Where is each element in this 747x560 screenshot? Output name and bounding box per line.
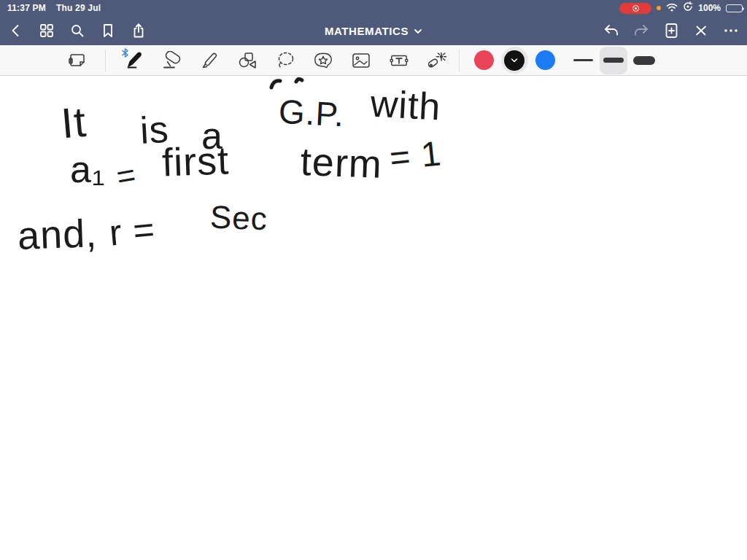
toolbar-separator — [459, 50, 460, 71]
handwriting-word: term — [300, 139, 383, 187]
zoom-window-icon — [68, 52, 87, 69]
text-tool[interactable] — [389, 50, 409, 71]
more-options-button[interactable] — [721, 20, 741, 41]
notebook-title: MATHEMATICS — [325, 25, 409, 37]
handwriting-word: r = — [108, 208, 158, 254]
grid-icon — [39, 23, 54, 38]
shapes-icon — [237, 51, 258, 70]
handwriting-word: first — [161, 137, 230, 184]
search-icon — [70, 23, 85, 38]
highlighter-tool[interactable] — [199, 50, 220, 71]
toolbar — [0, 45, 747, 76]
handwriting-word: = 1 — [387, 133, 443, 178]
stroke-width-medium[interactable] — [600, 47, 627, 74]
lasso-tool[interactable] — [275, 50, 295, 71]
eraser-icon — [161, 51, 182, 70]
stroke-width-thick[interactable] — [630, 47, 658, 74]
red-color-dot — [474, 50, 494, 70]
note-canvas[interactable]: It is a G.P. with a₁ = first term = 1 an… — [0, 76, 747, 560]
image-tool[interactable] — [351, 50, 371, 71]
status-time: 11:37 PM — [7, 3, 46, 13]
color-swatch-blue[interactable] — [531, 47, 559, 74]
chevron-down-icon — [510, 58, 519, 63]
orientation-lock-icon — [683, 1, 693, 15]
handwriting-word: G.P. — [278, 92, 346, 135]
record-icon — [632, 5, 639, 12]
handwriting-word: a₁ — [70, 147, 105, 191]
toolbar-separator — [105, 50, 106, 71]
redo-icon — [633, 23, 649, 38]
bookmark-button[interactable] — [98, 20, 118, 41]
black-color-dot — [504, 50, 525, 71]
handwriting-word: and, — [17, 210, 98, 258]
nav-bar: MATHEMATICS — [0, 16, 747, 45]
zoom-window-tool[interactable] — [67, 50, 88, 71]
pen-tool[interactable] — [123, 50, 144, 71]
medium-stroke-icon — [603, 58, 624, 63]
highlighter-icon — [199, 51, 220, 70]
stroke-width-thin[interactable] — [569, 47, 597, 74]
share-button[interactable] — [128, 20, 149, 41]
privacy-dot-icon — [657, 6, 661, 10]
sticker-star-icon — [313, 51, 333, 70]
blue-color-dot — [535, 50, 555, 70]
thick-stroke-icon — [633, 56, 655, 65]
status-bar: 11:37 PM Thu 29 Jul 100% — [0, 0, 747, 16]
add-page-icon — [665, 23, 678, 39]
lasso-icon — [275, 51, 295, 70]
bookmark-icon — [101, 23, 115, 38]
laser-pointer-tool[interactable] — [427, 50, 447, 71]
battery-percent: 100% — [698, 3, 721, 13]
status-date: Thu 29 Jul — [56, 3, 101, 13]
undo-icon — [603, 23, 619, 38]
share-icon — [131, 23, 146, 39]
wifi-icon — [666, 1, 678, 15]
add-page-button[interactable] — [661, 20, 681, 41]
laser-pointer-icon — [427, 51, 447, 70]
back-button[interactable] — [6, 20, 26, 41]
page-grid-button[interactable] — [36, 20, 57, 41]
color-swatch-red[interactable] — [470, 47, 498, 74]
image-icon — [351, 52, 371, 69]
handwriting-word: It — [59, 97, 88, 148]
eraser-tool[interactable] — [161, 50, 182, 71]
handwriting-word: = — [114, 156, 139, 195]
stickers-tool[interactable] — [313, 50, 333, 71]
screen-recording-indicator[interactable] — [619, 3, 651, 14]
chevron-left-icon — [9, 23, 23, 38]
color-swatch-black[interactable] — [500, 47, 528, 74]
ellipsis-icon — [723, 23, 739, 38]
handwriting-word: with — [369, 82, 441, 129]
handwriting-word: Sec — [209, 199, 268, 238]
thin-stroke-icon — [573, 59, 593, 61]
undo-button[interactable] — [601, 20, 622, 41]
status-time-date: 11:37 PM Thu 29 Jul — [7, 3, 101, 13]
close-x-icon — [694, 23, 708, 38]
redo-button[interactable] — [631, 20, 651, 41]
search-button[interactable] — [67, 20, 88, 41]
bluetooth-icon — [122, 47, 128, 61]
title-chevron-down-icon — [414, 24, 422, 37]
text-icon — [389, 52, 409, 69]
battery-icon — [726, 4, 743, 12]
shapes-tool[interactable] — [237, 50, 258, 71]
exit-edit-button[interactable] — [691, 20, 711, 41]
